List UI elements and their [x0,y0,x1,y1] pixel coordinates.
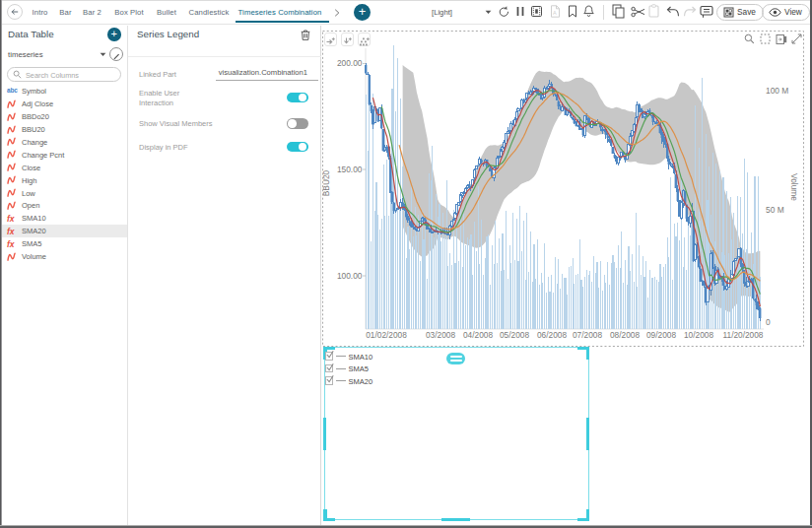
svg-text:05/2008: 05/2008 [500,330,529,340]
svg-text:09/2008: 09/2008 [646,330,676,340]
svg-text:100 M: 100 M [766,86,788,96]
svg-text:11/20/2008: 11/20/2008 [723,330,764,340]
svg-text:08/2008: 08/2008 [610,330,640,340]
svg-text:200.00: 200.00 [337,58,363,68]
svg-text:A: A [553,10,557,16]
svg-text:50 M: 50 M [766,205,784,215]
svg-text:10/2008: 10/2008 [684,330,713,340]
svg-text:BBU20: BBU20 [322,169,331,196]
svg-text:0: 0 [766,317,771,327]
svg-text:150.00: 150.00 [337,165,363,174]
svg-text:100.00: 100.00 [337,271,363,281]
svg-text:06/2008: 06/2008 [537,330,567,340]
svg-text:04/2008: 04/2008 [463,330,493,340]
svg-text:07/2008: 07/2008 [573,330,602,340]
svg-text:Volume: Volume [789,173,799,201]
svg-text:01/02/2008: 01/02/2008 [366,330,407,340]
svg-text:03/2008: 03/2008 [426,330,455,340]
